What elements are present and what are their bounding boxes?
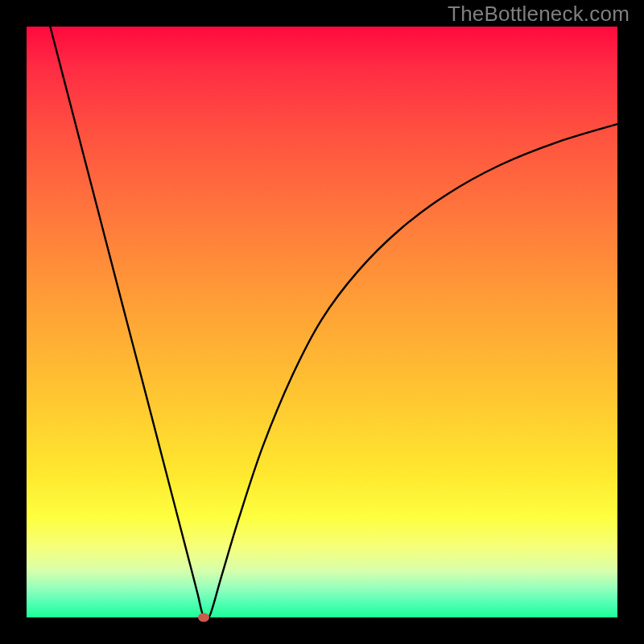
minimum-marker xyxy=(198,613,209,622)
chart-frame: TheBottleneck.com xyxy=(0,0,644,644)
bottleneck-curve xyxy=(27,27,617,617)
plot-area xyxy=(27,27,617,617)
watermark-text: TheBottleneck.com xyxy=(448,2,630,27)
